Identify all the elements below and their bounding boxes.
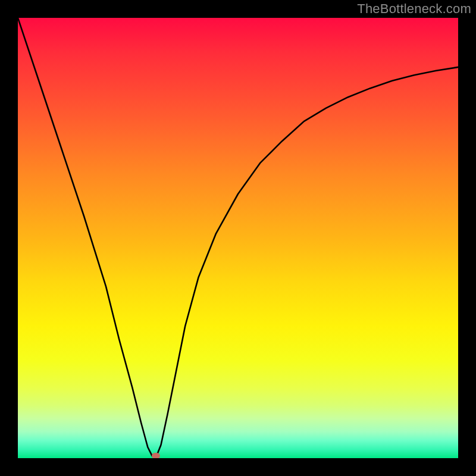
watermark-text: TheBottleneck.com (357, 1, 471, 17)
curve-path (18, 18, 458, 456)
min-marker (152, 453, 160, 458)
curve-layer (18, 18, 458, 458)
chart-frame: TheBottleneck.com (0, 0, 476, 476)
plot-area (18, 18, 458, 458)
